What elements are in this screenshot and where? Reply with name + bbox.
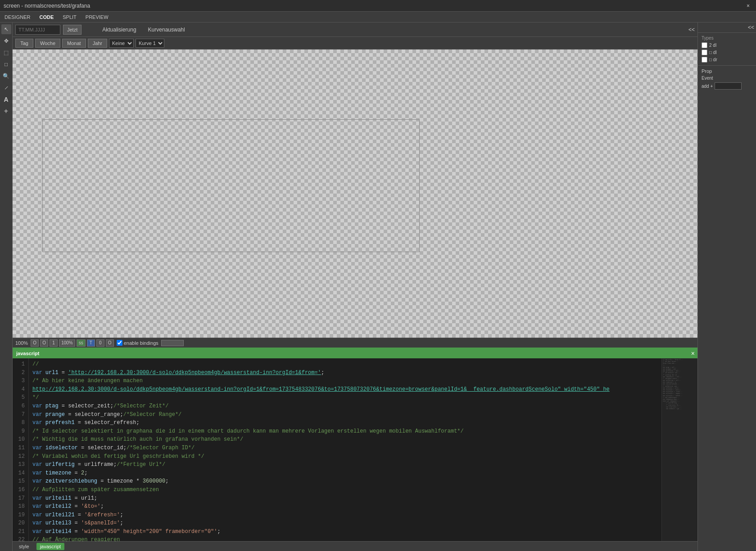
rectangle-tool[interactable]: □ [1, 59, 11, 69]
jetzt-button[interactable]: Jetzt [63, 25, 81, 35]
right-panel-types: Types 2 dl □ dl □ dr [698, 33, 756, 66]
bottom-tab-bar: style javascript [13, 541, 697, 551]
javascript-bottom-tab[interactable]: javascript [36, 543, 64, 550]
keine-select[interactable]: Keine [109, 39, 134, 48]
zoom-level: 100% [15, 340, 28, 346]
aktualisierung-label: Aktualisierung [102, 27, 136, 33]
kurve-select[interactable]: Kurve 1 Kurve 2 [136, 39, 164, 48]
type-label-3: □ dr [709, 57, 717, 62]
cursor-tool[interactable]: ↖ [1, 24, 11, 34]
title-bar: screen - normalscreens/test/grafana × [0, 0, 756, 12]
code-panel: javascript × 123456789101112131415161718… [13, 348, 697, 541]
right-collapse-arrow[interactable]: << [748, 24, 754, 31]
javascript-tab[interactable]: javascript [16, 351, 39, 356]
status-t: T [87, 339, 95, 347]
status-100: 100% [59, 339, 75, 347]
type-label-1: 2 dl [709, 43, 716, 48]
add-event-input[interactable] [715, 82, 742, 90]
add-label: add + [702, 84, 713, 89]
code-tab-bar: javascript × [13, 348, 697, 358]
enable-bindings-checkbox[interactable] [117, 340, 122, 346]
designer-top: Jetzt Aktualisierung Kurvenauswahl << [13, 23, 697, 37]
enable-bindings-label[interactable]: enable bindings [117, 340, 158, 346]
jahr-button[interactable]: Jahr [88, 39, 107, 48]
right-panel: << Types 2 dl □ dl □ dr Prop Ev [697, 23, 756, 551]
menu-designer[interactable]: DESIGNER [3, 14, 32, 21]
menu-preview[interactable]: PREVIEW [84, 14, 110, 21]
menu-split[interactable]: SPLIT [61, 14, 78, 21]
status-0: 0 [96, 339, 104, 347]
type-row-2: □ dl [702, 50, 752, 55]
type-checkbox-1[interactable] [702, 42, 707, 48]
right-panel-top: << [698, 23, 756, 33]
canvas-area[interactable] [13, 50, 697, 338]
add-tool[interactable]: + [1, 106, 11, 116]
status-1: 1 [50, 339, 58, 347]
zoom-tool[interactable]: 🔍 [1, 71, 11, 81]
type-checkbox-3[interactable] [702, 57, 707, 63]
tag-button[interactable]: Tag [15, 39, 33, 48]
monat-button[interactable]: Monat [62, 39, 86, 48]
code-content: 1234567891011121314151617181920212223242… [13, 358, 697, 541]
line-numbers: 1234567891011121314151617181920212223242… [13, 358, 29, 541]
menu-code[interactable]: CODE [37, 14, 55, 21]
type-checkbox-2[interactable] [702, 50, 707, 55]
type-row-1: 2 dl [702, 42, 752, 48]
main-container: ↖ ✥ ⬚ □ 🔍 ─ A + Jetzt Aktualisierung Kur… [0, 23, 756, 551]
status-o2: O [40, 339, 48, 347]
add-event-area: add + [702, 82, 752, 90]
code-minimap: // var url1 = 'http://... /* Ab hier kei… [661, 358, 697, 541]
center-area: Jetzt Aktualisierung Kurvenauswahl << Ta… [13, 23, 697, 551]
menu-bar: DESIGNER CODE SPLIT PREVIEW [0, 12, 756, 23]
status-o1: O [31, 339, 39, 347]
code-close-button[interactable]: × [691, 350, 695, 357]
period-row: Tag Woche Monat Jahr Keine Kurve 1 Kurve… [13, 37, 697, 50]
kurvenauswahl-label: Kurvenauswahl [148, 27, 185, 33]
event-label: Event [702, 76, 752, 81]
date-input[interactable] [15, 25, 60, 35]
prop-title: Prop [702, 68, 752, 74]
right-panel-props: Prop Event add + [698, 66, 756, 92]
minimap-text: // var url1 = 'http://... /* Ab hier kei… [662, 358, 697, 411]
status-o3: O [106, 339, 114, 347]
line-tool[interactable]: ─ [0, 81, 13, 95]
code-text-area[interactable]: // var url1 = 'http://192.168.2.30:3000/… [29, 358, 661, 541]
enable-bindings-text: enable bindings [124, 340, 158, 346]
status-icons: O O 1 100% ss T 0 O [31, 339, 114, 347]
left-toolbar: ↖ ✥ ⬚ □ 🔍 ─ A + [0, 23, 13, 551]
status-field [161, 340, 184, 346]
type-row-3: □ dr [702, 57, 752, 63]
woche-button[interactable]: Woche [35, 39, 60, 48]
types-checkboxes: 2 dl □ dl □ dr [702, 42, 752, 63]
title-bar-text: screen - normalscreens/test/grafana [4, 3, 744, 9]
type-label-2: □ dl [709, 50, 717, 55]
style-tab[interactable]: style [15, 543, 33, 550]
text-tool[interactable]: A [1, 95, 11, 104]
close-button[interactable]: × [744, 2, 752, 10]
canvas-frame [42, 119, 420, 252]
move-tool[interactable]: ✥ [1, 36, 11, 46]
status-ss: ss [77, 339, 86, 347]
status-bar: 100% O O 1 100% ss T 0 O enable bindings [13, 338, 697, 348]
types-label: Types [702, 36, 752, 41]
frame-tool[interactable]: ⬚ [1, 48, 11, 58]
collapse-arrow[interactable]: << [688, 27, 695, 33]
